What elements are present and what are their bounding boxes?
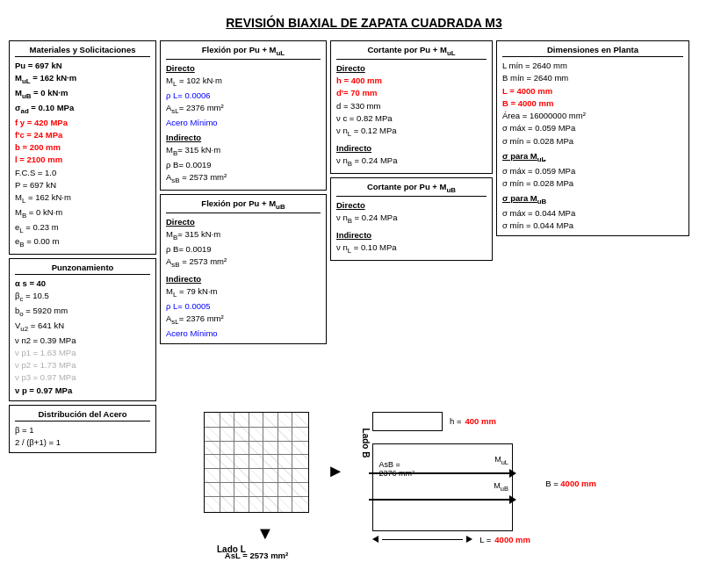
acero-minimo-2: Acero Mínimo: [166, 328, 218, 338]
flexion-pul-indirecto-label: Indirecto: [166, 132, 321, 144]
materiales-title: Materiales y Solicitaciones: [15, 45, 150, 57]
bc: βc = 10.5: [15, 290, 150, 305]
vnb-024: ν nB = 0.24 MPa: [336, 155, 487, 169]
rho-b-2: ρ B= 0.0019: [166, 243, 321, 256]
b-val: b = 200 mm: [15, 142, 61, 152]
mb-315-2: MB= 315 kN·m: [166, 228, 321, 243]
l-min: L mín = 2640 mm: [502, 60, 683, 72]
pu: Pu = 697 kN: [15, 61, 62, 70]
area: Área = 16000000 mm²: [502, 110, 683, 122]
grid-diagram: [204, 412, 309, 513]
materiales-box: Materiales y Solicitaciones Pu = 697 kN …: [9, 40, 156, 255]
asl-2376-2: AsL= 2376 mm²: [166, 313, 321, 328]
b-4000: B = 4000 mm: [502, 98, 553, 108]
mub: MuB = 0 kN·m: [15, 88, 68, 97]
fy: f y = 420 MPa: [15, 118, 68, 127]
distribucion-title: Distribución del Acero: [15, 409, 150, 422]
d-prime: d'= 70 mm: [336, 88, 377, 97]
moment-box: MuL MuB B = 4000 mm L =: [372, 443, 530, 544]
dimensiones-box: Dimensiones en Planta L mín = 2640 mm B …: [496, 40, 689, 236]
ml-102: ML = 102 kN·m: [166, 75, 321, 90]
sigma-mub-max: σ máx = 0.044 MPa: [502, 207, 683, 220]
flexion-pul-title: Flexión por Pu + MuL: [166, 45, 321, 60]
sigma-mub-min: σ mín = 0.044 MPa: [502, 220, 683, 232]
sigma-min: σ mín = 0.028 MPa: [502, 135, 683, 148]
beta-formula: 2 / (β+1) = 1: [15, 436, 150, 449]
p-val: P = 697 kN: [15, 179, 150, 191]
punzonamiento-title: Punzonamiento: [15, 263, 150, 275]
flexion-pub-box: Flexión por Pu + MuB Directo MB= 315 kN·…: [160, 194, 327, 344]
asb-2573-1: AsB = 2573 mm²: [166, 171, 321, 186]
cortante-pul-title: Cortante por Pu + MuL: [336, 45, 487, 60]
rho-l-2: ρ L= 0.0005: [166, 301, 211, 311]
asb-2573-2: AsB = 2573 mm²: [166, 256, 321, 270]
vp: ν p = 0.97 MPa: [15, 385, 72, 395]
vnl-010: ν nL = 0.10 MPa: [336, 241, 487, 256]
flexion-pul-box: Flexión por Pu + MuL Directo ML = 102 kN…: [160, 40, 327, 191]
down-arrow: ▼: [256, 524, 274, 542]
mb-315: MB= 315 kN·m: [166, 144, 321, 159]
cortante-pub-box: Cortante por Pu + MuB Directo ν nB = 0.2…: [330, 177, 493, 261]
fcs: F.C.S = 1.0: [15, 167, 150, 179]
ml-79: ML = 79 kN·m: [166, 285, 321, 300]
cortante-pub-directo-label: Directo: [336, 199, 487, 212]
mub-label: MuB: [494, 481, 508, 493]
fc: f'c = 24 MPa: [15, 130, 62, 140]
h-dimension: h = 400 mm: [372, 412, 712, 431]
page-title: REVISIÓN BIAXIAL DE ZAPATA CUADRADA M3: [9, 16, 719, 30]
dimensiones-title: Dimensiones en Planta: [502, 45, 683, 57]
mb-val: MB = 0 kN·m: [15, 206, 150, 221]
mul-label: MuL: [494, 455, 508, 466]
cortante-pul-indirecto-label: Indirecto: [336, 142, 487, 155]
vp2: ν p2 = 1.73 MPa: [15, 359, 150, 371]
b-min: B mín = 2640 mm: [502, 72, 683, 84]
sad: σad = 0.10 MPa: [15, 103, 74, 112]
l-dimension: L = 4000 mm: [372, 535, 530, 544]
mul: MuL = 162 kN·m: [15, 73, 76, 83]
el-val: eL = 0.23 m: [15, 221, 150, 236]
flexion-pub-title: Flexión por Pu + MuB: [166, 198, 321, 213]
ml-val: ML = 162 kN·m: [15, 191, 150, 206]
bo: bo = 5920 mm: [15, 305, 150, 320]
d-330: d = 330 mm: [336, 100, 487, 112]
cortante-pub-title: Cortante por Pu + MuB: [336, 182, 487, 197]
flexion-pub-directo-label: Directo: [166, 216, 321, 228]
distribucion-box: Distribución del Acero β = 1 2 / (β+1) =…: [9, 405, 156, 454]
right-arrow: ►: [327, 462, 344, 479]
vu2: Vu2 = 641 kN: [15, 320, 150, 335]
cortante-pul-box: Cortante por Pu + MuL Directo h = 400 mm…: [330, 40, 493, 174]
alpha-s: α s = 40: [15, 278, 46, 288]
vn2: ν n2 = 0.39 MPa: [15, 335, 150, 347]
rho-l: ρ L= 0.0006: [166, 90, 211, 100]
sigma-max: σ máx = 0.059 MPa: [502, 122, 683, 134]
h-400: h = 400 mm: [336, 76, 382, 85]
l-4000: L = 4000 mm: [502, 86, 552, 96]
b-dimension: B = 4000 mm: [545, 479, 596, 488]
vp1: ν p1 = 1.63 MPa: [15, 347, 150, 359]
flexion-pub-indirecto-label: Indirecto: [166, 273, 321, 285]
eb-val: eB = 0.00 m: [15, 235, 150, 250]
cortante-pul-directo-label: Directo: [336, 62, 487, 75]
cortante-pub-indirecto-label: Indirecto: [336, 229, 487, 241]
vnb-024-2: ν nB = 0.24 MPa: [336, 212, 487, 227]
vc: ν c = 0.82 MPa: [336, 112, 487, 125]
lado-l-label: Lado L: [217, 544, 246, 554]
rho-b-1: ρ B= 0.0019: [166, 159, 321, 171]
sigma-mul-label: σ para MuL: [502, 150, 683, 165]
flexion-pul-directo-label: Directo: [166, 62, 321, 75]
punzonamiento-box: Punzonamiento α s = 40 βc = 10.5 bo = 59…: [9, 258, 156, 401]
vnl: ν nL = 0.12 MPa: [336, 125, 487, 140]
sigma-mul-max: σ máx = 0.059 MPa: [502, 165, 683, 177]
l-val: l = 2100 mm: [15, 155, 62, 164]
acero-minimo-1: Acero Mínimo: [166, 118, 218, 127]
sigma-mub-label: σ para MuB: [502, 192, 683, 207]
asl-2376: AsL= 2376 mm²: [166, 102, 321, 117]
vp3: ν p3 = 0.97 MPa: [15, 371, 150, 384]
sigma-mul-min: σ mín = 0.028 MPa: [502, 177, 683, 190]
beta: β = 1: [15, 424, 150, 436]
